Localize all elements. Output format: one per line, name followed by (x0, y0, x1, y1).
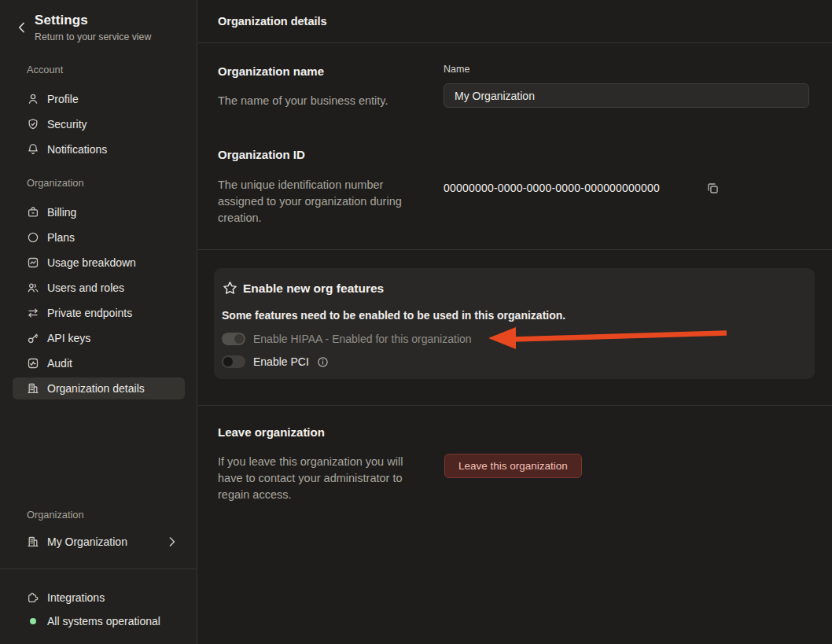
features-card: Enable new org features Some features ne… (214, 268, 815, 379)
shield-icon (27, 118, 39, 131)
sidebar-item-label: Usage breakdown (47, 256, 136, 269)
toggle-knob (223, 357, 233, 366)
sidebar-item-label: Users and roles (47, 282, 124, 294)
arrows-swap-icon (27, 307, 39, 319)
page-header: Organization details (198, 0, 832, 43)
section-label-organization: Organization (27, 177, 84, 189)
org-id-description: The unique identification number assigne… (218, 177, 416, 226)
org-switcher-value: My Organization (47, 535, 127, 548)
system-status[interactable]: All systems operational (13, 610, 185, 632)
name-field-label: Name (444, 64, 469, 75)
status-label: All systems operational (47, 615, 160, 627)
features-card-heading: Enable new org features (243, 282, 384, 296)
pci-toggle[interactable] (222, 355, 245, 368)
section-label-account: Account (27, 64, 63, 75)
sidebar-item-billing[interactable]: Billing (13, 201, 185, 223)
org-id-heading: Organization ID (218, 148, 305, 161)
sidebar-item-label: Private endpoints (47, 307, 132, 319)
sidebar-item-label: Audit (47, 357, 72, 370)
org-name-description: The name of your business entity. (218, 93, 388, 109)
page-title: Organization details (218, 0, 327, 43)
hipaa-toggle[interactable] (222, 333, 245, 345)
audit-pulse-icon (27, 357, 39, 370)
sidebar-item-label: API keys (47, 332, 90, 344)
info-icon[interactable] (317, 356, 329, 368)
status-dot-icon (27, 615, 39, 627)
circle-icon (27, 231, 39, 244)
sidebar: Settings Return to your service view Acc… (0, 0, 197, 644)
leave-organization-button[interactable]: Leave this organization (444, 454, 582, 478)
key-icon (27, 332, 39, 344)
features-card-description: Some features need to be enabled to be u… (222, 309, 565, 322)
building-icon (27, 535, 39, 548)
back-button[interactable] (14, 20, 28, 35)
puzzle-icon (27, 591, 39, 604)
hipaa-toggle-row: Enable HIPAA - Enabled for this organiza… (222, 333, 472, 345)
pci-toggle-row: Enable PCI (222, 355, 329, 368)
sidebar-subtitle: Return to your service view (35, 31, 151, 42)
settings-page: Settings Return to your service view Acc… (0, 0, 832, 644)
usage-chart-icon (27, 256, 39, 269)
section-label-org-switcher: Organization (27, 509, 84, 521)
sidebar-item-security[interactable]: Security (13, 113, 185, 135)
sidebar-item-label: Billing (47, 206, 76, 219)
star-icon (222, 280, 237, 296)
hipaa-toggle-label: Enable HIPAA - Enabled for this organiza… (253, 333, 472, 345)
sidebar-divider (0, 569, 197, 569)
copy-button[interactable] (705, 181, 720, 195)
org-switcher[interactable]: My Organization (13, 531, 185, 553)
integrations-label: Integrations (47, 591, 105, 604)
main-content: Organization details Organization name T… (198, 0, 832, 644)
sidebar-item-organization-details[interactable]: Organization details (13, 377, 185, 399)
sidebar-item-label: Profile (47, 93, 79, 105)
leave-heading: Leave organization (218, 425, 325, 439)
sidebar-item-label: Security (47, 118, 87, 131)
bell-icon (27, 143, 39, 156)
sidebar-item-label: Organization details (47, 382, 145, 395)
sidebar-item-profile[interactable]: Profile (13, 88, 185, 110)
building-icon (27, 382, 39, 395)
person-icon (27, 93, 39, 105)
sidebar-item-label: Notifications (47, 143, 107, 156)
copy-icon (706, 182, 720, 195)
sidebar-item-users-and-roles[interactable]: Users and roles (13, 277, 185, 299)
green-dot (30, 618, 36, 624)
pci-toggle-label: Enable PCI (253, 355, 309, 368)
org-name-heading: Organization name (218, 64, 324, 78)
sidebar-item-private-endpoints[interactable]: Private endpoints (13, 302, 185, 324)
billing-icon (27, 206, 39, 219)
integrations-link[interactable]: Integrations (13, 587, 185, 609)
toggle-knob (234, 334, 244, 344)
sidebar-item-notifications[interactable]: Notifications (13, 138, 185, 160)
sidebar-item-audit[interactable]: Audit (13, 352, 185, 374)
sidebar-item-api-keys[interactable]: API keys (13, 327, 185, 349)
chevron-left-icon (18, 22, 25, 33)
sidebar-item-plans[interactable]: Plans (13, 226, 185, 248)
sidebar-item-label: Plans (47, 231, 75, 244)
org-name-input[interactable] (444, 83, 809, 108)
org-id-value: 00000000-0000-0000-0000-000000000000 (444, 182, 660, 194)
leave-description: If you leave this organization you will … (218, 454, 424, 503)
sidebar-item-usage-breakdown[interactable]: Usage breakdown (13, 252, 185, 274)
chevron-right-icon (169, 537, 175, 546)
section-divider (198, 405, 832, 406)
sidebar-title: Settings (35, 13, 88, 28)
users-icon (27, 282, 39, 294)
section-divider (198, 249, 832, 250)
